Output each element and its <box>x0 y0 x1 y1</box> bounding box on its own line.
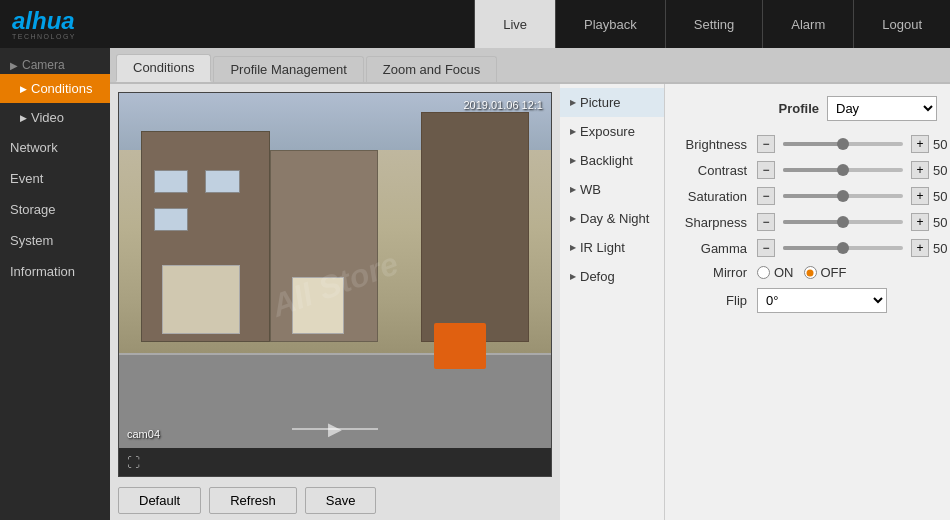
daynight-tri-icon: ▶ <box>570 214 576 223</box>
video-arrow-icon: ▶ <box>20 113 27 123</box>
menu-item-day-night[interactable]: ▶ Day & Night <box>560 204 664 233</box>
sharpness-minus[interactable]: − <box>757 213 775 231</box>
video-container: All Store 2019.01.06 12:1 cam04 ▶ ⛶ <box>118 92 552 477</box>
gamma-minus[interactable]: − <box>757 239 775 257</box>
brightness-row: Brightness − + 50 <box>681 135 950 153</box>
saturation-label: Saturation <box>681 189 753 204</box>
saturation-slider[interactable] <box>783 194 903 198</box>
mirror-row: Mirror ON OFF <box>681 265 950 280</box>
left-menu: ▶ Picture ▶ Exposure ▶ Backlight ▶ WB <box>560 84 665 520</box>
header: alhua TECHNOLOGY Live Playback Setting A… <box>0 0 950 48</box>
tab-setting[interactable]: Setting <box>665 0 762 48</box>
contrast-label: Contrast <box>681 163 753 178</box>
gamma-plus[interactable]: + <box>911 239 929 257</box>
menu-item-backlight[interactable]: ▶ Backlight <box>560 146 664 175</box>
video-controls-bar: ⛶ <box>119 448 551 476</box>
tab-live[interactable]: Live <box>474 0 555 48</box>
video-play-icon: ▶ <box>328 418 342 440</box>
tab-playback[interactable]: Playback <box>555 0 665 48</box>
menu-item-exposure[interactable]: ▶ Exposure <box>560 117 664 146</box>
flip-select[interactable]: 0° 90° 180° 270° <box>757 288 887 313</box>
video-feed: All Store 2019.01.06 12:1 cam04 ▶ <box>119 93 551 476</box>
brightness-minus[interactable]: − <box>757 135 775 153</box>
settings-pane: ▶ Picture ▶ Exposure ▶ Backlight ▶ WB <box>560 84 950 520</box>
mirror-off-radio[interactable] <box>804 266 817 279</box>
profile-row: Profile Day Night Normal <box>681 96 950 121</box>
contrast-row: Contrast − + 50 <box>681 161 950 179</box>
menu-item-irlight[interactable]: ▶ IR Light <box>560 233 664 262</box>
gamma-value: 50 <box>933 241 950 256</box>
main: ▶ Camera ▶ Conditions ▶ Video Network Ev… <box>0 48 950 520</box>
defog-tri-icon: ▶ <box>570 272 576 281</box>
video-cam-label: cam04 <box>127 428 160 440</box>
gamma-row: Gamma − + 50 <box>681 239 950 257</box>
menu-item-picture[interactable]: ▶ Picture <box>560 88 664 117</box>
fullscreen-icon[interactable]: ⛶ <box>127 455 140 470</box>
gamma-label: Gamma <box>681 241 753 256</box>
mirror-off-label: OFF <box>821 265 847 280</box>
sidebar-item-conditions[interactable]: ▶ Conditions <box>0 74 110 103</box>
contrast-value: 50 <box>933 163 950 178</box>
sidebar-item-event[interactable]: Event <box>0 163 110 194</box>
sidebar: ▶ Camera ▶ Conditions ▶ Video Network Ev… <box>0 48 110 520</box>
sidebar-item-video[interactable]: ▶ Video <box>0 103 110 132</box>
sidebar-item-system[interactable]: System <box>0 225 110 256</box>
sub-tab-conditions[interactable]: Conditions <box>116 54 211 82</box>
sidebar-item-storage[interactable]: Storage <box>0 194 110 225</box>
sidebar-section-camera: ▶ Camera <box>0 52 110 74</box>
refresh-button[interactable]: Refresh <box>209 487 297 514</box>
backlight-tri-icon: ▶ <box>570 156 576 165</box>
content-body: All Store 2019.01.06 12:1 cam04 ▶ ⛶ <box>110 84 950 520</box>
sub-tabs-bar: Conditions Profile Management Zoom and F… <box>110 48 950 84</box>
saturation-minus[interactable]: − <box>757 187 775 205</box>
sidebar-item-information[interactable]: Information <box>0 256 110 287</box>
video-pane: All Store 2019.01.06 12:1 cam04 ▶ ⛶ <box>110 84 560 520</box>
brightness-label: Brightness <box>681 137 753 152</box>
contrast-plus[interactable]: + <box>911 161 929 179</box>
brightness-plus[interactable]: + <box>911 135 929 153</box>
logo-sub: TECHNOLOGY <box>12 33 76 40</box>
sharpness-value: 50 <box>933 215 950 230</box>
camera-icon: ▶ <box>10 60 18 71</box>
content: Conditions Profile Management Zoom and F… <box>110 48 950 520</box>
sharpness-row: Sharpness − + 50 <box>681 213 950 231</box>
profile-select[interactable]: Day Night Normal <box>827 96 937 121</box>
exposure-tri-icon: ▶ <box>570 127 576 136</box>
logo-text: alhua <box>12 9 75 33</box>
menu-item-defog[interactable]: ▶ Defog <box>560 262 664 291</box>
gamma-slider[interactable] <box>783 246 903 250</box>
sharpness-label: Sharpness <box>681 215 753 230</box>
mirror-label: Mirror <box>681 265 753 280</box>
tab-alarm[interactable]: Alarm <box>762 0 853 48</box>
nav-tabs: Live Playback Setting Alarm Logout <box>474 0 950 48</box>
contrast-slider[interactable] <box>783 168 903 172</box>
video-timestamp: 2019.01.06 12:1 <box>463 99 543 111</box>
logo: alhua TECHNOLOGY <box>0 9 145 40</box>
mirror-on-label: ON <box>774 265 794 280</box>
profile-label: Profile <box>779 101 819 116</box>
brightness-slider[interactable] <box>783 142 903 146</box>
sharpness-plus[interactable]: + <box>911 213 929 231</box>
saturation-plus[interactable]: + <box>911 187 929 205</box>
button-bar: Default Refresh Save <box>118 481 552 520</box>
saturation-row: Saturation − + 50 <box>681 187 950 205</box>
sub-tab-profile-management[interactable]: Profile Management <box>213 56 363 82</box>
flip-label: Flip <box>681 293 753 308</box>
sub-tab-zoom-focus[interactable]: Zoom and Focus <box>366 56 498 82</box>
flip-row: Flip 0° 90° 180° 270° <box>681 288 950 313</box>
tab-logout[interactable]: Logout <box>853 0 950 48</box>
saturation-value: 50 <box>933 189 950 204</box>
right-settings-panel: Profile Day Night Normal Brightness − <box>665 84 950 520</box>
default-button[interactable]: Default <box>118 487 201 514</box>
conditions-arrow-icon: ▶ <box>20 84 27 94</box>
sharpness-slider[interactable] <box>783 220 903 224</box>
mirror-on-radio[interactable] <box>757 266 770 279</box>
wb-tri-icon: ▶ <box>570 185 576 194</box>
picture-tri-icon: ▶ <box>570 98 576 107</box>
menu-item-wb[interactable]: ▶ WB <box>560 175 664 204</box>
brightness-value: 50 <box>933 137 950 152</box>
irlight-tri-icon: ▶ <box>570 243 576 252</box>
sidebar-item-network[interactable]: Network <box>0 132 110 163</box>
save-button[interactable]: Save <box>305 487 377 514</box>
contrast-minus[interactable]: − <box>757 161 775 179</box>
